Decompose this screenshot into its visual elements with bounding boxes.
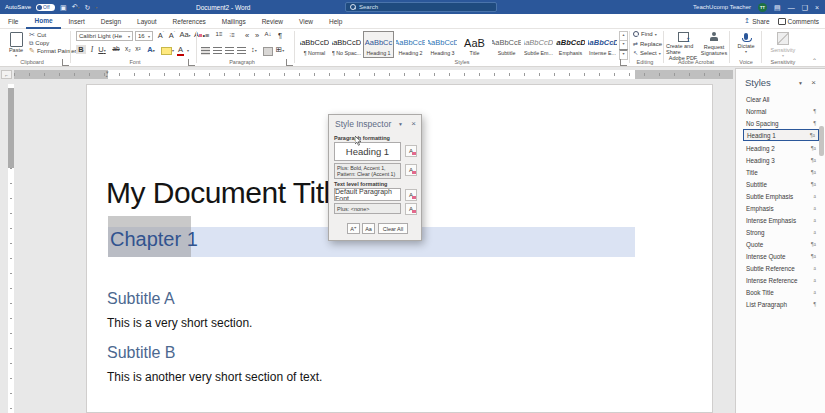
pilcrow-icon[interactable]: ¶ bbox=[275, 31, 285, 40]
chapter-heading-text[interactable]: Chapter 1 bbox=[110, 228, 198, 251]
reset-text-style-button[interactable]: A bbox=[405, 189, 417, 201]
tab-insert[interactable]: Insert bbox=[61, 14, 93, 28]
text-plus-box[interactable]: Plus: <none> bbox=[334, 203, 401, 214]
replace-button[interactable]: ⇄ Replace bbox=[633, 40, 662, 48]
dictate-button[interactable]: Dictate ▾ bbox=[733, 30, 759, 61]
style-inspector-close-icon[interactable]: × bbox=[411, 119, 416, 128]
styles-pane-scrollbar-thumb[interactable] bbox=[819, 126, 824, 156]
find-button[interactable]: Find▾ bbox=[633, 31, 657, 37]
redo-icon[interactable]: ↻ bbox=[85, 4, 91, 11]
sensitivity-button[interactable]: Sensitivity ▾ bbox=[764, 30, 802, 61]
tab-layout[interactable]: Layout bbox=[129, 14, 165, 28]
font-color-icon[interactable]: A bbox=[177, 45, 184, 56]
reset-paragraph-style-button[interactable]: A bbox=[405, 145, 417, 157]
tab-references[interactable]: References bbox=[165, 14, 214, 28]
strikethrough-button[interactable]: ab bbox=[111, 45, 121, 52]
reset-paragraph-plus-button[interactable]: A bbox=[405, 164, 417, 176]
styles-pane-item-subtle-reference[interactable]: Subtle Referencea bbox=[743, 262, 819, 274]
text-effects-icon[interactable]: A▾ bbox=[146, 45, 156, 54]
styles-pane-item-normal[interactable]: Normal¶ bbox=[743, 105, 819, 117]
tab-design[interactable]: Design bbox=[93, 14, 129, 28]
styles-pane-close-icon[interactable]: × bbox=[811, 78, 816, 87]
style-card-subtle-emphasis[interactable]: AaBbCcDc Subtle Em... bbox=[523, 31, 554, 58]
section-b-body[interactable]: This is another very short section of te… bbox=[107, 370, 322, 384]
styles-pane-item-quote[interactable]: Quote¶a bbox=[743, 238, 819, 250]
text-style-box[interactable]: Default Paragraph Font bbox=[334, 188, 401, 201]
styles-pane-item-clear-all[interactable]: Clear All bbox=[743, 93, 819, 105]
undo-icon[interactable]: ↶▾ bbox=[72, 3, 80, 11]
change-case-icon[interactable]: Aa▾ bbox=[178, 30, 192, 39]
underline-button[interactable]: U▾ bbox=[97, 45, 107, 54]
customize-qat-icon[interactable]: ▾ bbox=[95, 4, 97, 11]
share-button[interactable]: ↥ Share bbox=[744, 17, 769, 25]
style-card-title[interactable]: AaB Title bbox=[459, 31, 490, 58]
tab-help[interactable]: Help bbox=[321, 14, 350, 28]
align-left-button[interactable] bbox=[201, 47, 210, 55]
section-a-body[interactable]: This is a very short section. bbox=[107, 316, 252, 330]
multilevel-list-icon[interactable]: ⁝≡ bbox=[227, 31, 237, 38]
align-center-button[interactable] bbox=[213, 47, 222, 55]
shrink-font-icon[interactable]: Aˇ bbox=[167, 30, 177, 40]
styles-pane-item-list-paragraph[interactable]: List Paragraph¶ bbox=[743, 298, 819, 310]
clipboard-dialog-launcher[interactable] bbox=[62, 59, 69, 66]
style-card-normal[interactable]: AaBbCcDc ¶ Normal bbox=[299, 31, 330, 58]
sort-icon[interactable]: A↓ bbox=[263, 31, 273, 37]
increase-indent-icon[interactable]: » bbox=[252, 31, 262, 40]
styles-dialog-launcher[interactable] bbox=[620, 59, 627, 66]
numbering-icon[interactable]: 1≡ bbox=[214, 31, 224, 37]
style-card-subtitle[interactable]: AaBbCcE Subtitle bbox=[491, 31, 522, 58]
document-title-text[interactable]: My Document Title bbox=[106, 176, 346, 210]
paragraph-plus-box[interactable]: Plus: Bold, Accent 1, Pattern: Clear (Ac… bbox=[334, 163, 401, 179]
paragraph-style-box[interactable]: Heading 1 bbox=[334, 142, 401, 161]
style-card-heading1[interactable]: AaBbCc Heading 1 bbox=[363, 31, 394, 58]
collapse-ribbon-icon[interactable]: ⌃ bbox=[812, 57, 817, 64]
indent-marker-bottom-icon[interactable]: ▪ bbox=[106, 73, 108, 79]
subtitle-a-heading[interactable]: Subtitle A bbox=[107, 290, 175, 308]
vertical-ruler[interactable] bbox=[8, 84, 14, 413]
create-share-adobe-pdf-button[interactable]: Create and Share Adobe PDF bbox=[666, 30, 700, 61]
borders-icon[interactable]: ⊞▾ bbox=[275, 45, 285, 54]
grow-font-icon[interactable]: Aˆ bbox=[156, 30, 166, 40]
highlight-caret-icon[interactable]: ▾ bbox=[172, 48, 174, 53]
account-name[interactable]: TeachUcomp Teacher bbox=[693, 4, 751, 10]
style-inspector-menu-icon[interactable]: ▼ bbox=[398, 121, 403, 127]
bold-button[interactable]: B bbox=[76, 45, 86, 54]
font-color-caret-icon[interactable]: ▾ bbox=[187, 48, 189, 53]
reveal-formatting-button[interactable]: Aa bbox=[362, 223, 375, 234]
tab-home[interactable]: Home bbox=[26, 13, 60, 29]
style-card-intense-emphasis[interactable]: AaBbCcDi Intense E... bbox=[587, 31, 618, 58]
italic-button[interactable]: I bbox=[87, 45, 97, 54]
styles-pane-item-book-title[interactable]: Book Titlea bbox=[743, 286, 819, 298]
copy-button[interactable]: ⧉ Copy bbox=[29, 39, 49, 47]
avatar[interactable]: TT bbox=[758, 3, 767, 12]
restore-icon[interactable]: ❑ bbox=[802, 3, 808, 12]
style-card-heading2[interactable]: AaBbCcE Heading 2 bbox=[395, 31, 426, 58]
tab-view[interactable]: View bbox=[291, 14, 321, 28]
styles-pane-item-intense-reference[interactable]: Intense Referencea bbox=[743, 274, 819, 286]
styles-pane-item-intense-emphasis[interactable]: Intense Emphasisa bbox=[743, 214, 819, 226]
paragraph-dialog-launcher[interactable] bbox=[286, 59, 293, 66]
tab-mailings[interactable]: Mailings bbox=[214, 14, 254, 28]
comments-button[interactable]: Comments bbox=[778, 18, 819, 25]
tab-file[interactable]: File bbox=[0, 14, 26, 28]
styles-pane-item-heading2[interactable]: Heading 2¶a bbox=[743, 142, 819, 154]
justify-button[interactable] bbox=[237, 47, 246, 55]
style-card-heading3[interactable]: AaBbCcD Heading 3 bbox=[427, 31, 458, 58]
bullets-icon[interactable]: •≡ bbox=[201, 31, 211, 40]
styles-pane-item-subtitle[interactable]: Subtitle¶a bbox=[743, 178, 819, 190]
subtitle-b-heading[interactable]: Subtitle B bbox=[107, 344, 175, 362]
highlight-color-icon[interactable] bbox=[161, 47, 172, 55]
shading-icon[interactable] bbox=[263, 47, 273, 56]
horizontal-ruler[interactable]: ▾ ▪ bbox=[14, 70, 733, 79]
styles-pane-item-title[interactable]: Title¶a bbox=[743, 166, 819, 178]
styles-pane-item-intense-quote[interactable]: Intense Quote¶a bbox=[743, 250, 819, 262]
request-signatures-button[interactable]: Request Signatures bbox=[701, 30, 727, 61]
styles-pane-pin-icon[interactable]: ▼ bbox=[798, 80, 803, 86]
styles-pane-item-heading1[interactable]: Heading 1¶a bbox=[743, 129, 819, 141]
font-size-combobox[interactable]: 16▾ bbox=[135, 31, 153, 41]
ribbon-display-options-icon[interactable]: ▤ bbox=[774, 3, 781, 12]
paste-button[interactable]: Paste ▾ bbox=[5, 30, 27, 61]
superscript-button[interactable]: x² bbox=[133, 45, 143, 52]
search-input[interactable]: Search bbox=[345, 2, 497, 12]
reset-text-plus-button[interactable]: A bbox=[405, 203, 417, 215]
